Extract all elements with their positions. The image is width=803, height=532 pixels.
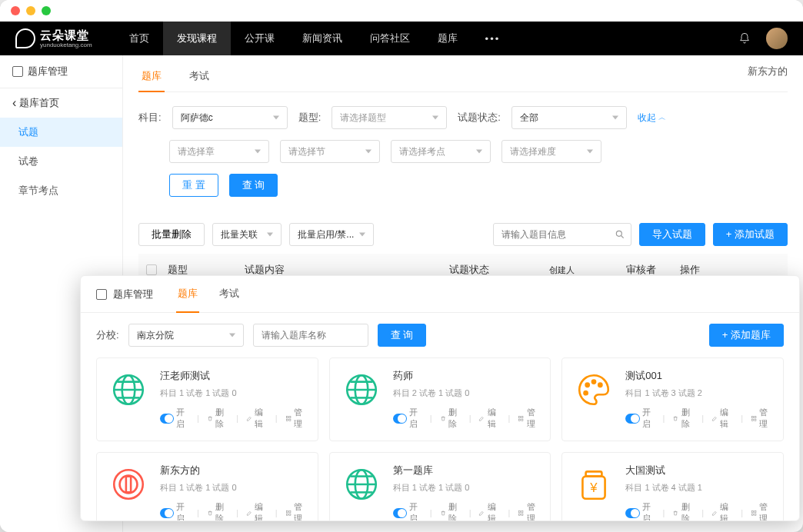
add-question-button[interactable]: + 添加试题 — [713, 223, 788, 246]
delete-action[interactable]: 删除 — [440, 407, 461, 430]
library-tab[interactable]: 题库 — [176, 276, 199, 313]
manage-action[interactable]: 管理 — [285, 407, 307, 430]
toggle-action[interactable]: 开启 — [393, 407, 422, 430]
nav-more[interactable]: ••• — [471, 22, 515, 55]
library-tab[interactable]: 考试 — [218, 276, 241, 313]
sidebar-item[interactable]: 试卷 — [0, 147, 122, 176]
library-card[interactable]: 汪老师测试 科目 1 试卷 1 试题 0 开启 | 删除 | 编辑 | 管理 — [96, 357, 318, 441]
globe-icon — [108, 369, 149, 411]
card-title: 药师 — [393, 369, 540, 383]
tabs: 题库考试 新东方的 — [138, 55, 788, 92]
bulk-delete-button[interactable]: 批量删除 — [138, 223, 205, 246]
toolbar: 批量删除 批量关联 批量启用/禁... 导入试题 + 添加试题 — [138, 215, 788, 254]
edit-icon — [246, 509, 252, 517]
type-select[interactable]: 请选择题型 — [332, 106, 447, 129]
sidebar-item[interactable]: 试题 — [0, 118, 122, 147]
library-card[interactable]: 第一题库 科目 1 试卷 1 试题 0 开启 | 删除 | 编辑 | 管理 — [329, 452, 551, 521]
section-select[interactable]: 请选择节 — [280, 140, 380, 163]
card-title: 汪老师测试 — [160, 369, 307, 383]
nav-item[interactable]: 题库 — [424, 22, 471, 55]
nav-item[interactable]: 问答社区 — [356, 22, 424, 55]
delete-action[interactable]: 删除 — [207, 407, 228, 430]
nav-item[interactable]: 首页 — [115, 22, 163, 55]
card-title: 第一题库 — [393, 464, 540, 477]
sidebar-item[interactable]: 章节考点 — [0, 176, 122, 205]
card-title: 测试001 — [625, 369, 772, 383]
trash-icon — [440, 414, 446, 423]
library-card[interactable]: 药师 科目 2 试卷 1 试题 0 开启 | 删除 | 编辑 | 管理 — [329, 357, 551, 441]
library-search-input[interactable] — [253, 324, 368, 347]
edit-action[interactable]: 编辑 — [246, 501, 268, 521]
grid-icon — [285, 509, 292, 517]
manage-action[interactable]: 管理 — [518, 501, 539, 521]
bulk-enable-select[interactable]: 批量启用/禁... — [289, 223, 374, 246]
nav-item[interactable]: 公开课 — [231, 22, 288, 55]
search-button[interactable]: 查 询 — [229, 174, 278, 197]
doc-icon — [96, 289, 107, 300]
nav-item[interactable]: 发现课程 — [163, 22, 231, 55]
select-all-checkbox[interactable] — [146, 264, 157, 275]
logo[interactable]: 云朵课堂 yunduoketang.com — [15, 28, 92, 48]
edit-action[interactable]: 编辑 — [711, 407, 733, 430]
manage-action[interactable]: 管理 — [751, 501, 772, 521]
toggle-icon — [393, 414, 407, 424]
toggle-icon — [160, 508, 174, 518]
edit-action[interactable]: 编辑 — [478, 407, 500, 430]
delete-action[interactable]: 删除 — [207, 501, 228, 521]
add-library-button[interactable]: + 添加题库 — [709, 324, 784, 347]
tab[interactable]: 题库 — [138, 62, 165, 92]
library-search-button[interactable]: 查 询 — [378, 324, 427, 347]
toggle-action[interactable]: 开启 — [625, 407, 655, 430]
toggle-action[interactable]: 开启 — [160, 501, 189, 521]
search-icon — [615, 229, 625, 240]
nav-item[interactable]: 新闻资讯 — [288, 22, 356, 55]
palette-icon — [573, 369, 615, 411]
back-link[interactable]: 题库首页 — [0, 88, 122, 118]
library-title: 题库管理 — [96, 277, 153, 312]
chevron-left-icon — [12, 96, 16, 110]
subject-select[interactable]: 阿萨德c — [172, 106, 288, 129]
edit-action[interactable]: 编辑 — [478, 501, 500, 521]
school-select[interactable]: 南京分院 — [128, 324, 244, 347]
collapse-link[interactable]: 收起 — [638, 111, 666, 125]
manage-action[interactable]: 管理 — [518, 407, 539, 430]
reset-button[interactable]: 重 置 — [169, 174, 218, 197]
minimize-icon[interactable] — [26, 6, 35, 15]
manage-action[interactable]: 管理 — [751, 407, 772, 430]
filters: 科目: 阿萨德c 题型: 请选择题型 试题状态: 全部 收起 请选择章 请选择节… — [138, 92, 788, 215]
grid-icon — [751, 509, 757, 517]
logo-subtext: yunduoketang.com — [40, 42, 92, 48]
edit-action[interactable]: 编辑 — [711, 501, 733, 521]
knowledge-select[interactable]: 请选择考点 — [391, 140, 491, 163]
import-button[interactable]: 导入试题 — [639, 223, 705, 246]
search-input[interactable] — [493, 223, 631, 246]
tab[interactable]: 考试 — [186, 62, 212, 92]
toggle-action[interactable]: 开启 — [625, 501, 655, 521]
delete-action[interactable]: 删除 — [672, 501, 694, 521]
toggle-icon — [393, 508, 407, 518]
difficulty-select[interactable]: 请选择难度 — [501, 140, 601, 163]
toggle-action[interactable]: 开启 — [160, 407, 189, 430]
delete-action[interactable]: 删除 — [440, 501, 461, 521]
grid-icon — [518, 509, 524, 517]
trash-icon — [207, 414, 213, 423]
close-icon[interactable] — [11, 6, 20, 15]
status-label: 试题状态: — [458, 111, 501, 125]
logo-icon — [15, 28, 35, 48]
library-card[interactable]: 新东方的 科目 1 试卷 1 试题 0 开启 | 删除 | 编辑 | 管理 — [96, 452, 318, 521]
edit-icon — [711, 509, 718, 517]
delete-action[interactable]: 删除 — [672, 407, 694, 430]
library-card[interactable]: 测试001 科目 1 试卷 3 试题 2 开启 | 删除 | 编辑 | 管理 — [561, 357, 784, 441]
toggle-action[interactable]: 开启 — [393, 501, 422, 521]
library-card[interactable]: 大国测试 科目 1 试卷 4 试题 1 开启 | 删除 | 编辑 | 管理 — [561, 452, 784, 521]
avatar[interactable] — [766, 28, 788, 49]
status-select[interactable]: 全部 — [511, 106, 627, 129]
edit-action[interactable]: 编辑 — [246, 407, 268, 430]
svg-point-0 — [616, 231, 621, 236]
bell-icon[interactable] — [738, 32, 751, 45]
maximize-icon[interactable] — [42, 6, 51, 15]
chapter-select[interactable]: 请选择章 — [169, 140, 269, 163]
nav: 首页发现课程公开课新闻资讯问答社区题库 — [115, 22, 471, 55]
manage-action[interactable]: 管理 — [285, 501, 307, 521]
bulk-assoc-select[interactable]: 批量关联 — [212, 223, 282, 246]
